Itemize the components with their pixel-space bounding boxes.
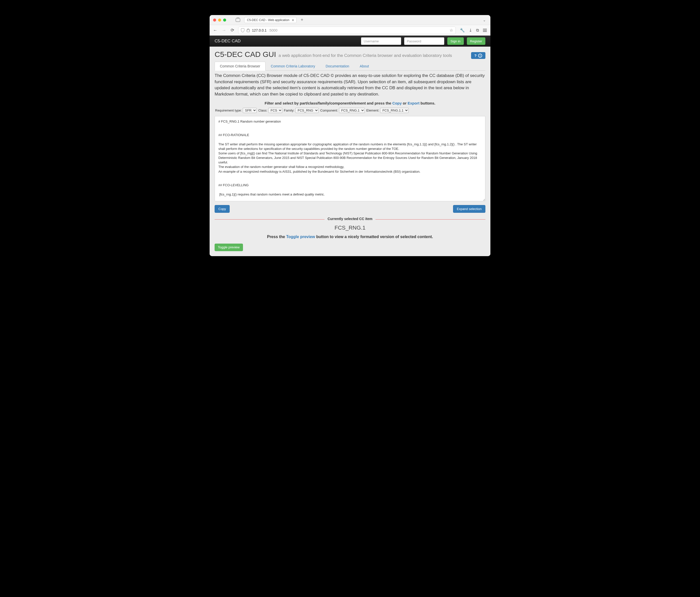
- preview-hint-prefix: Press the: [267, 235, 286, 239]
- nav-arrows: ← → ⟳: [213, 28, 234, 33]
- class-label: Class:: [258, 108, 267, 112]
- intro-paragraph: The Common Criteria (CC) Browser module …: [215, 73, 485, 98]
- tracking-shield-icon[interactable]: [241, 28, 245, 32]
- bookmark-star-icon[interactable]: ☆: [450, 28, 453, 32]
- tab-cc-browser[interactable]: Common Criteria Browser: [215, 62, 266, 71]
- reload-button[interactable]: ⟳: [231, 28, 234, 33]
- family-select[interactable]: FCS_RNG: [295, 108, 319, 113]
- action-row: Copy Expand selection: [215, 205, 485, 213]
- filter-instruction: Filter and select by part/class/family/c…: [215, 101, 485, 105]
- register-button[interactable]: Register: [467, 37, 485, 45]
- devtools-icon[interactable]: 🔧: [460, 28, 465, 32]
- page-header: C5-DEC CAD GUI a web application front-e…: [215, 50, 485, 59]
- selected-legend: Currently selected CC item: [325, 217, 376, 221]
- downloads-icon[interactable]: ⤓: [469, 28, 472, 32]
- tab-documentation[interactable]: Documentation: [320, 62, 354, 71]
- tab-cc-laboratory[interactable]: Common Criteria Laboratory: [266, 62, 320, 71]
- component-select[interactable]: FCS_RNG.1: [339, 108, 365, 113]
- close-window-button[interactable]: [213, 19, 216, 22]
- tabs-dropdown-icon[interactable]: ⌄: [482, 18, 487, 22]
- close-tab-icon[interactable]: ✕: [292, 18, 294, 22]
- component-label: Component:: [320, 108, 338, 112]
- help-question-icon: ?: [474, 53, 477, 58]
- markdown-output[interactable]: [215, 116, 485, 201]
- url-toolbar: ← → ⟳ 127.0.0.1:5000 ☆ 🔧 ⤓ ⧉: [209, 25, 491, 35]
- content: C5-DEC CAD GUI a web application front-e…: [209, 47, 491, 256]
- brand[interactable]: C5-DEC CAD: [215, 38, 241, 44]
- selected-fieldset: Currently selected CC item FCS_RNG.1 Pre…: [215, 219, 485, 239]
- maximize-window-button[interactable]: [223, 19, 226, 22]
- preview-hint: Press the Toggle preview button to view …: [215, 235, 485, 239]
- page-subtitle: a web application front-end for the Comm…: [278, 53, 469, 58]
- back-button[interactable]: ←: [213, 28, 217, 33]
- browser-tab-title: C5-DEC CAD - Web application: [247, 18, 289, 22]
- toggle-preview-link[interactable]: Toggle preview: [286, 235, 315, 239]
- extensions-icon[interactable]: ⧉: [476, 28, 479, 32]
- copy-button[interactable]: Copy: [215, 205, 230, 213]
- tabs: Common Criteria Browser Common Criteria …: [215, 61, 485, 71]
- filter-prefix: Filter and select by part/class/family/c…: [265, 101, 392, 105]
- filter-suffix: buttons.: [421, 101, 435, 105]
- element-label: Element:: [366, 108, 379, 112]
- signin-button[interactable]: Sign in: [447, 37, 464, 45]
- url-port: :5000: [269, 28, 277, 32]
- address-bar[interactable]: 127.0.0.1:5000 ☆: [238, 27, 456, 34]
- lock-icon[interactable]: [247, 29, 250, 32]
- expand-selection-button[interactable]: Expand selection: [453, 205, 485, 213]
- copy-link[interactable]: Copy: [392, 101, 402, 105]
- export-link[interactable]: Export: [408, 101, 420, 105]
- filter-or: or: [403, 101, 407, 105]
- family-label: Family:: [284, 108, 294, 112]
- selected-item-id: FCS_RNG.1: [215, 225, 485, 231]
- req-type-label: Requirement type:: [215, 108, 242, 112]
- help-button[interactable]: ? i: [471, 52, 485, 59]
- toggle-preview-button[interactable]: Toggle preview: [215, 243, 243, 251]
- username-input[interactable]: [361, 37, 401, 45]
- minimize-window-button[interactable]: [218, 19, 221, 22]
- app-navbar: C5-DEC CAD Sign in Register: [209, 35, 491, 47]
- tab-about[interactable]: About: [354, 62, 374, 71]
- titlebar: C5-DEC CAD - Web application ✕ + ⌄: [209, 15, 491, 25]
- traffic-lights: [213, 19, 226, 22]
- selector-row: Requirement type: SFR Class: FCS Family:…: [215, 108, 485, 113]
- toolbar-icons: 🔧 ⤓ ⧉: [460, 28, 487, 32]
- browser-window: C5-DEC CAD - Web application ✕ + ⌄ ← → ⟳…: [209, 15, 491, 256]
- password-input[interactable]: [404, 37, 444, 45]
- preview-hint-suffix: button to view a nicely formatted versio…: [316, 235, 433, 239]
- page-title: C5-DEC CAD GUI: [215, 50, 276, 59]
- browser-tab[interactable]: C5-DEC CAD - Web application ✕: [244, 17, 297, 23]
- tab-overview-icon[interactable]: [236, 18, 240, 22]
- req-type-select[interactable]: SFR: [243, 108, 257, 113]
- url-host: 127.0.0.1: [252, 28, 267, 32]
- forward-button: →: [222, 28, 226, 33]
- class-select[interactable]: FCS: [268, 108, 282, 113]
- element-select[interactable]: FCS_RNG.1.1: [380, 108, 409, 113]
- toggle-row: Toggle preview: [215, 243, 485, 251]
- new-tab-button[interactable]: +: [299, 17, 305, 23]
- help-info-icon: i: [478, 54, 482, 58]
- menu-icon[interactable]: [483, 29, 487, 32]
